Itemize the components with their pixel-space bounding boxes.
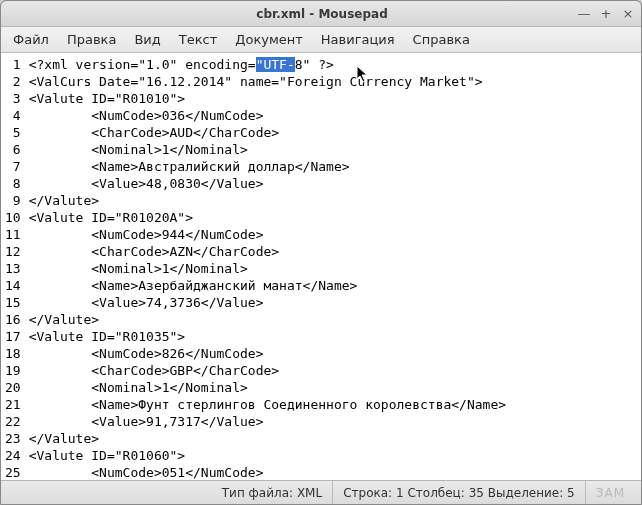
statusbar: Тип файла: XML Строка: 1 Столбец: 35 Выд… bbox=[1, 480, 641, 504]
status-line-label: Строка: bbox=[343, 486, 392, 500]
text-editor[interactable]: 1 2 3 4 5 6 7 8 9 10 11 12 13 14 15 16 1… bbox=[1, 53, 641, 480]
menu-view[interactable]: Вид bbox=[126, 29, 168, 50]
menu-navigate[interactable]: Навигация bbox=[313, 29, 403, 50]
line-number-gutter: 1 2 3 4 5 6 7 8 9 10 11 12 13 14 15 16 1… bbox=[1, 54, 27, 480]
menu-file[interactable]: Файл bbox=[5, 29, 57, 50]
status-line-value: 1 bbox=[396, 486, 404, 500]
window-title: cbr.xml - Mousepad bbox=[67, 7, 577, 21]
status-selection-label: Выделение: bbox=[488, 486, 564, 500]
menu-text[interactable]: Текст bbox=[171, 29, 226, 50]
menu-edit[interactable]: Правка bbox=[59, 29, 124, 50]
titlebar: cbr.xml - Mousepad — + × bbox=[1, 1, 641, 27]
maximize-button[interactable]: + bbox=[599, 7, 613, 21]
status-col-value: 35 bbox=[469, 486, 484, 500]
status-filetype-value: XML bbox=[297, 486, 322, 500]
status-position: Строка: 1 Столбец: 35 Выделение: 5 bbox=[332, 481, 585, 504]
status-selection-value: 5 bbox=[567, 486, 575, 500]
code-area[interactable]: <?xml version="1.0" encoding="UTF-8" ?><… bbox=[27, 54, 506, 480]
close-button[interactable]: × bbox=[621, 7, 635, 21]
status-overwrite: ЗАМ bbox=[585, 481, 635, 504]
menu-help[interactable]: Справка bbox=[405, 29, 478, 50]
status-col-label: Столбец: bbox=[407, 486, 464, 500]
menu-document[interactable]: Документ bbox=[227, 29, 311, 50]
menubar: Файл Правка Вид Текст Документ Навигация… bbox=[1, 27, 641, 53]
status-filetype: Тип файла: XML bbox=[212, 481, 332, 504]
status-filetype-label: Тип файла: bbox=[222, 486, 293, 500]
window-controls: — + × bbox=[577, 7, 635, 21]
minimize-button[interactable]: — bbox=[577, 7, 591, 21]
